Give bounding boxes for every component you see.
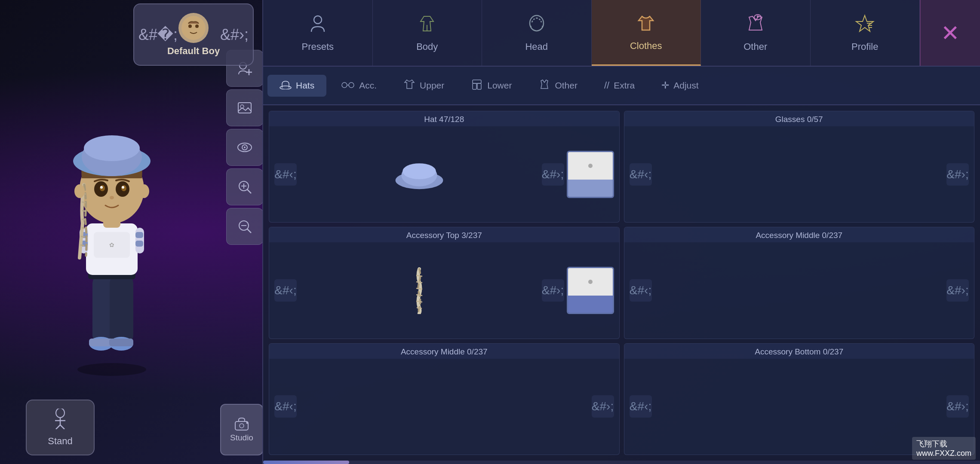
svg-point-1 bbox=[188, 24, 192, 28]
svg-point-53 bbox=[244, 147, 246, 148]
lower-icon bbox=[471, 78, 483, 93]
acc-mid1-slot-title: Accessory Middle 0/237 bbox=[624, 227, 974, 242]
svg-rect-49 bbox=[238, 103, 251, 113]
tab-profile[interactable]: Profile bbox=[811, 0, 920, 66]
extra-icon: // bbox=[604, 80, 609, 91]
acc-mid1-slot-section: Accessory Middle 0/237 &#‹; &#›; bbox=[624, 227, 975, 339]
glasses-next-button[interactable]: &#›; bbox=[946, 163, 969, 186]
acc-top-display bbox=[299, 263, 539, 318]
svg-line-30 bbox=[81, 236, 85, 237]
acc-mid2-prev-button[interactable]: &#‹; bbox=[274, 395, 297, 418]
svg-line-26 bbox=[82, 202, 86, 203]
sub-tab-bar: Hats Acc. Upper bbox=[263, 67, 980, 105]
svg-rect-19 bbox=[135, 241, 143, 247]
subtab-adjust[interactable]: ✛ Adjust bbox=[649, 76, 710, 95]
acc-mid2-next-button[interactable]: &#›; bbox=[592, 395, 614, 418]
studio-label: Studio bbox=[230, 433, 253, 443]
svg-point-39 bbox=[74, 184, 85, 198]
presets-icon bbox=[308, 14, 328, 38]
acc-bot-display bbox=[654, 379, 944, 434]
subtab-hats-label: Hats bbox=[296, 80, 314, 91]
preview-button[interactable] bbox=[226, 129, 263, 166]
stand-icon bbox=[50, 409, 71, 433]
hat-next-button[interactable]: &#›; bbox=[542, 163, 564, 186]
glasses-slot-title: Glasses 0/57 bbox=[624, 111, 974, 126]
acc-mid1-prev-button[interactable]: &#‹; bbox=[630, 279, 652, 302]
subtab-hats[interactable]: Hats bbox=[267, 75, 326, 97]
glasses-slot-section: Glasses 0/57 &#‹; &#›; bbox=[624, 111, 975, 223]
svg-line-55 bbox=[247, 189, 251, 193]
tab-head[interactable]: Head bbox=[482, 0, 592, 66]
acc-top-next-button[interactable]: &#›; bbox=[542, 279, 564, 302]
tab-other[interactable]: Other bbox=[701, 0, 811, 66]
prev-character-button[interactable]: &#�; bbox=[138, 26, 178, 44]
tab-body[interactable]: Body bbox=[373, 0, 482, 66]
acc-mid1-next-button[interactable]: &#›; bbox=[946, 279, 969, 302]
hat-prev-button[interactable]: &#‹; bbox=[274, 163, 297, 186]
subtab-acc[interactable]: Acc. bbox=[329, 75, 389, 97]
studio-button[interactable]: Studio bbox=[220, 404, 263, 455]
acc-top-prev-button[interactable]: &#‹; bbox=[274, 279, 297, 302]
background-button[interactable] bbox=[226, 89, 263, 126]
svg-line-44 bbox=[56, 425, 60, 429]
tab-presets-label: Presets bbox=[301, 41, 334, 52]
hat-slot-section: Hat 47/128 &#‹; &#›; bbox=[269, 111, 620, 223]
svg-line-27 bbox=[82, 211, 86, 211]
svg-line-59 bbox=[247, 229, 251, 233]
close-button[interactable]: ✕ bbox=[920, 0, 980, 66]
svg-line-87 bbox=[416, 295, 422, 296]
acc-bot-next-button[interactable]: &#›; bbox=[946, 395, 969, 418]
svg-rect-5 bbox=[110, 275, 133, 344]
subtab-acc-label: Acc. bbox=[359, 80, 377, 91]
hat-slot-row: &#‹; &#›; bbox=[269, 126, 619, 222]
svg-point-62 bbox=[240, 424, 244, 428]
tab-clothes[interactable]: Clothes bbox=[592, 0, 701, 66]
acc-bot-prev-button[interactable]: &#‹; bbox=[630, 395, 652, 418]
subtab-extra[interactable]: // Extra bbox=[592, 76, 647, 95]
subtab-lower[interactable]: Lower bbox=[459, 74, 524, 98]
svg-rect-80 bbox=[477, 83, 481, 89]
acc-mid1-slot-row: &#‹; &#›; bbox=[624, 242, 974, 338]
scrollbar-thumb[interactable] bbox=[263, 461, 349, 464]
svg-point-2 bbox=[195, 24, 199, 28]
svg-point-64 bbox=[314, 16, 322, 24]
zoom-in-button[interactable] bbox=[226, 168, 263, 205]
stand-label: Stand bbox=[48, 436, 73, 447]
tab-presets[interactable]: Presets bbox=[263, 0, 373, 66]
hat-slot-title: Hat 47/128 bbox=[269, 111, 619, 126]
svg-point-0 bbox=[181, 16, 206, 40]
zoom-out-button[interactable] bbox=[226, 208, 263, 245]
svg-line-31 bbox=[80, 245, 84, 246]
stand-button[interactable]: Stand bbox=[26, 400, 95, 455]
subtab-other-label: Other bbox=[555, 80, 578, 91]
svg-text:✿: ✿ bbox=[109, 241, 114, 248]
main-panel: Presets Body Head bbox=[262, 0, 980, 464]
acc-top-selected-box[interactable] bbox=[567, 267, 614, 314]
glasses-prev-button[interactable]: &#‹; bbox=[630, 163, 652, 186]
acc-mid2-slot-title: Accessory Middle 0/237 bbox=[269, 344, 619, 359]
other-sub-icon bbox=[538, 78, 550, 93]
acc-icon bbox=[341, 79, 355, 92]
hat-thumbnail bbox=[393, 153, 445, 196]
content-area: Hat 47/128 &#‹; &#›; bbox=[263, 105, 980, 461]
character-figure: ✿ bbox=[0, 43, 224, 421]
glasses-display bbox=[654, 147, 944, 202]
subtab-upper[interactable]: Upper bbox=[391, 74, 456, 98]
hats-icon bbox=[280, 79, 292, 92]
left-panel: &#�; Default Boy &#›; bbox=[0, 0, 267, 464]
acc-top-slot-row: &#‹; & bbox=[269, 242, 619, 338]
subtab-other[interactable]: Other bbox=[526, 74, 590, 98]
hat-selected-box[interactable] bbox=[567, 151, 614, 198]
next-character-button[interactable]: &#›; bbox=[220, 26, 249, 44]
subtab-lower-label: Lower bbox=[487, 80, 512, 91]
acc-top-slot-title: Accessory Top 3/237 bbox=[269, 227, 619, 242]
svg-rect-9 bbox=[109, 339, 133, 346]
acc-mid2-display bbox=[299, 379, 589, 434]
watermark: 飞翔下载 www.FXXZ.com bbox=[912, 437, 976, 460]
hat-selected-bottom bbox=[568, 180, 613, 197]
watermark-line2: www.FXXZ.com bbox=[916, 449, 971, 458]
svg-point-74 bbox=[342, 82, 347, 88]
scrollbar[interactable] bbox=[263, 461, 980, 464]
tab-other-label: Other bbox=[743, 41, 767, 52]
svg-line-45 bbox=[60, 425, 65, 429]
